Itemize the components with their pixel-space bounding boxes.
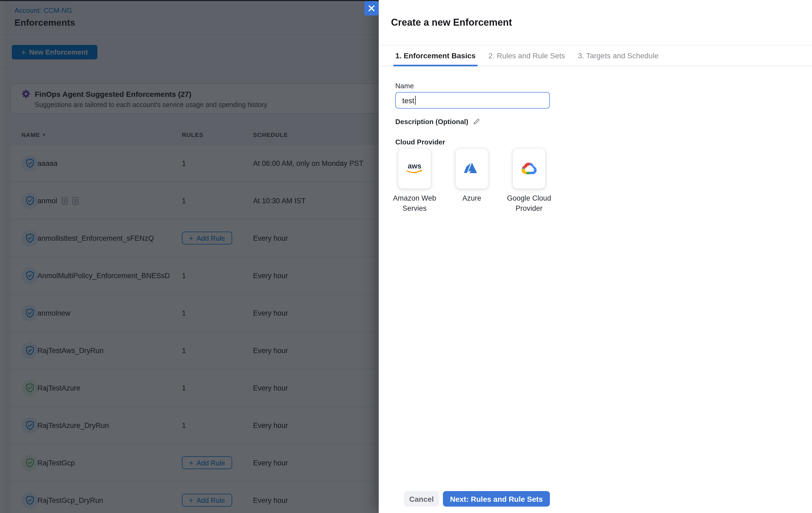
modal-scrim[interactable]	[0, 0, 379, 513]
close-icon	[368, 5, 375, 12]
provider-label-azure: Azure	[441, 193, 503, 203]
app-root: Account: CCM-NG Enforcements + New Enfor…	[0, 0, 812, 513]
tab-rules-and-rule-sets[interactable]: 2. Rules and Rule Sets	[488, 46, 565, 66]
provider-label-gcp: Google Cloud Provider	[498, 193, 560, 213]
next-button[interactable]: Next: Rules and Rule Sets	[443, 491, 550, 507]
cancel-button[interactable]: Cancel	[404, 491, 439, 507]
provider-card-gcp[interactable]	[513, 148, 546, 189]
svg-text:aws: aws	[408, 162, 421, 170]
provider-card-aws[interactable]: aws	[398, 148, 431, 189]
provider-card-azure[interactable]	[455, 148, 488, 189]
name-input-value: test	[402, 96, 414, 105]
close-drawer-button[interactable]	[364, 1, 379, 16]
aws-logo: aws	[404, 162, 425, 175]
wizard-tabs: 1. Enforcement Basics 2. Rules and Rule …	[379, 46, 812, 66]
cloud-provider-label: Cloud Provider	[395, 138, 445, 146]
name-input[interactable]: test	[395, 92, 550, 109]
text-cursor	[415, 96, 416, 105]
edit-pencil-icon[interactable]	[472, 118, 480, 125]
provider-label-aws: Amazon Web Servies	[383, 193, 445, 213]
name-label: Name	[395, 82, 414, 90]
tab-targets-and-schedule[interactable]: 3. Targets and Schedule	[578, 46, 659, 66]
azure-logo	[463, 161, 480, 176]
drawer-title: Create a new Enforcement	[391, 17, 512, 28]
create-enforcement-drawer: Create a new Enforcement 1. Enforcement …	[379, 0, 812, 513]
description-label: Description (Optional)	[395, 118, 480, 126]
google-cloud-logo	[520, 161, 538, 176]
tab-enforcement-basics[interactable]: 1. Enforcement Basics	[395, 46, 475, 66]
